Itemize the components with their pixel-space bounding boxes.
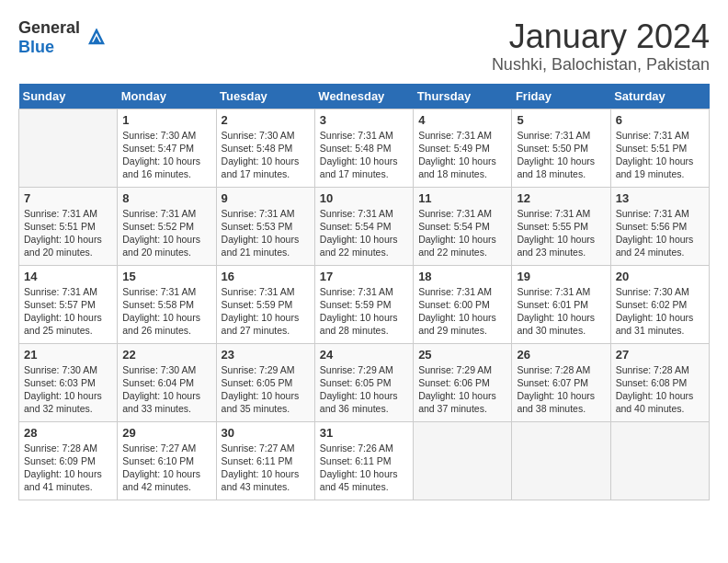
week-row: 14Sunrise: 7:31 AMSunset: 5:57 PMDayligh…: [19, 265, 710, 343]
title-area: January 2024 Nushki, Balochistan, Pakist…: [492, 18, 710, 75]
calendar-cell: [512, 421, 610, 500]
day-number: 13: [616, 191, 704, 205]
cell-content: Sunrise: 7:30 AMSunset: 6:02 PMDaylight:…: [616, 285, 704, 338]
day-number: 17: [320, 270, 408, 283]
day-number: 14: [24, 270, 112, 283]
cell-content: Sunrise: 7:29 AMSunset: 6:05 PMDaylight:…: [222, 363, 310, 416]
header-row: SundayMondayTuesdayWednesdayThursdayFrid…: [19, 84, 710, 109]
calendar-cell: 29Sunrise: 7:27 AMSunset: 6:10 PMDayligh…: [118, 421, 216, 500]
calendar-cell: [19, 109, 118, 187]
cell-content: Sunrise: 7:31 AMSunset: 5:51 PMDaylight:…: [616, 129, 704, 181]
logo-blue-text: Blue: [18, 38, 54, 57]
day-number: 10: [320, 191, 408, 205]
calendar-cell: 18Sunrise: 7:31 AMSunset: 6:00 PMDayligh…: [414, 265, 512, 343]
calendar-cell: 26Sunrise: 7:28 AMSunset: 6:07 PMDayligh…: [512, 343, 610, 421]
calendar-cell: 1Sunrise: 7:30 AMSunset: 5:47 PMDaylight…: [118, 109, 216, 187]
day-number: 30: [222, 426, 310, 440]
calendar-cell: 10Sunrise: 7:31 AMSunset: 5:54 PMDayligh…: [314, 187, 413, 265]
calendar-cell: 31Sunrise: 7:26 AMSunset: 6:11 PMDayligh…: [314, 421, 413, 500]
day-number: 4: [418, 113, 506, 127]
column-header-wednesday: Wednesday: [314, 84, 413, 109]
week-row: 1Sunrise: 7:30 AMSunset: 5:47 PMDaylight…: [19, 109, 710, 187]
day-number: 21: [24, 348, 112, 362]
cell-content: Sunrise: 7:31 AMSunset: 6:00 PMDaylight:…: [418, 285, 506, 338]
calendar-cell: 30Sunrise: 7:27 AMSunset: 6:11 PMDayligh…: [216, 421, 314, 500]
calendar-cell: 3Sunrise: 7:31 AMSunset: 5:48 PMDaylight…: [314, 109, 413, 187]
cell-content: Sunrise: 7:30 AMSunset: 6:03 PMDaylight:…: [24, 363, 112, 416]
calendar-cell: 25Sunrise: 7:29 AMSunset: 6:06 PMDayligh…: [414, 343, 512, 421]
cell-content: Sunrise: 7:31 AMSunset: 5:56 PMDaylight:…: [616, 207, 704, 259]
calendar-cell: 14Sunrise: 7:31 AMSunset: 5:57 PMDayligh…: [19, 265, 118, 343]
column-header-saturday: Saturday: [610, 84, 709, 109]
day-number: 20: [616, 270, 704, 283]
column-header-thursday: Thursday: [414, 84, 512, 109]
day-number: 22: [122, 348, 210, 362]
column-header-sunday: Sunday: [19, 84, 118, 109]
cell-content: Sunrise: 7:31 AMSunset: 5:49 PMDaylight:…: [418, 129, 506, 181]
logo-general-text: General: [18, 18, 80, 38]
day-number: 26: [517, 348, 605, 362]
cell-content: Sunrise: 7:31 AMSunset: 5:59 PMDaylight:…: [222, 285, 310, 338]
cell-content: Sunrise: 7:31 AMSunset: 5:50 PMDaylight:…: [517, 129, 605, 181]
day-number: 12: [517, 191, 605, 205]
calendar-cell: 11Sunrise: 7:31 AMSunset: 5:54 PMDayligh…: [414, 187, 512, 265]
calendar-cell: 7Sunrise: 7:31 AMSunset: 5:51 PMDaylight…: [19, 187, 118, 265]
calendar-table: SundayMondayTuesdayWednesdayThursdayFrid…: [18, 84, 710, 500]
calendar-cell: 15Sunrise: 7:31 AMSunset: 5:58 PMDayligh…: [118, 265, 216, 343]
day-number: 1: [122, 113, 210, 127]
calendar-cell: 27Sunrise: 7:28 AMSunset: 6:08 PMDayligh…: [610, 343, 709, 421]
day-number: 15: [122, 270, 210, 283]
location-subtitle: Nushki, Balochistan, Pakistan: [492, 55, 710, 75]
day-number: 6: [616, 113, 704, 127]
day-number: 5: [517, 113, 605, 127]
cell-content: Sunrise: 7:31 AMSunset: 5:54 PMDaylight:…: [320, 207, 408, 259]
cell-content: Sunrise: 7:31 AMSunset: 5:53 PMDaylight:…: [222, 207, 310, 259]
calendar-cell: 12Sunrise: 7:31 AMSunset: 5:55 PMDayligh…: [512, 187, 610, 265]
logo-icon: [88, 29, 105, 45]
cell-content: Sunrise: 7:28 AMSunset: 6:07 PMDaylight:…: [517, 363, 605, 416]
cell-content: Sunrise: 7:31 AMSunset: 6:01 PMDaylight:…: [517, 285, 605, 338]
day-number: 25: [418, 348, 506, 362]
column-header-monday: Monday: [118, 84, 216, 109]
day-number: 24: [320, 348, 408, 362]
day-number: 19: [517, 270, 605, 283]
column-header-friday: Friday: [512, 84, 610, 109]
day-number: 23: [222, 348, 310, 362]
cell-content: Sunrise: 7:30 AMSunset: 6:04 PMDaylight:…: [122, 363, 210, 416]
day-number: 29: [122, 426, 210, 440]
calendar-cell: 28Sunrise: 7:28 AMSunset: 6:09 PMDayligh…: [19, 421, 118, 500]
week-row: 21Sunrise: 7:30 AMSunset: 6:03 PMDayligh…: [19, 343, 710, 421]
calendar-cell: 21Sunrise: 7:30 AMSunset: 6:03 PMDayligh…: [19, 343, 118, 421]
cell-content: Sunrise: 7:28 AMSunset: 6:08 PMDaylight:…: [616, 363, 704, 416]
calendar-cell: [414, 421, 512, 500]
cell-content: Sunrise: 7:27 AMSunset: 6:10 PMDaylight:…: [122, 442, 210, 494]
week-row: 7Sunrise: 7:31 AMSunset: 5:51 PMDaylight…: [19, 187, 710, 265]
week-row: 28Sunrise: 7:28 AMSunset: 6:09 PMDayligh…: [19, 421, 710, 500]
cell-content: Sunrise: 7:27 AMSunset: 6:11 PMDaylight:…: [222, 442, 310, 494]
cell-content: Sunrise: 7:31 AMSunset: 5:48 PMDaylight:…: [320, 129, 408, 181]
day-number: 3: [320, 113, 408, 127]
column-header-tuesday: Tuesday: [216, 84, 314, 109]
calendar-cell: 17Sunrise: 7:31 AMSunset: 5:59 PMDayligh…: [314, 265, 413, 343]
day-number: 16: [222, 270, 310, 283]
month-title: January 2024: [492, 18, 710, 55]
cell-content: Sunrise: 7:31 AMSunset: 5:59 PMDaylight:…: [320, 285, 408, 338]
cell-content: Sunrise: 7:29 AMSunset: 6:06 PMDaylight:…: [418, 363, 506, 416]
calendar-cell: 23Sunrise: 7:29 AMSunset: 6:05 PMDayligh…: [216, 343, 314, 421]
calendar-cell: 8Sunrise: 7:31 AMSunset: 5:52 PMDaylight…: [118, 187, 216, 265]
page-header: General Blue January 2024 Nushki, Baloch…: [18, 18, 710, 75]
cell-content: Sunrise: 7:31 AMSunset: 5:52 PMDaylight:…: [122, 207, 210, 259]
cell-content: Sunrise: 7:31 AMSunset: 5:58 PMDaylight:…: [122, 285, 210, 338]
calendar-cell: 2Sunrise: 7:30 AMSunset: 5:48 PMDaylight…: [216, 109, 314, 187]
cell-content: Sunrise: 7:30 AMSunset: 5:47 PMDaylight:…: [122, 129, 210, 181]
calendar-cell: 9Sunrise: 7:31 AMSunset: 5:53 PMDaylight…: [216, 187, 314, 265]
day-number: 11: [418, 191, 506, 205]
calendar-cell: 13Sunrise: 7:31 AMSunset: 5:56 PMDayligh…: [610, 187, 709, 265]
day-number: 27: [616, 348, 704, 362]
calendar-cell: 6Sunrise: 7:31 AMSunset: 5:51 PMDaylight…: [610, 109, 709, 187]
logo: General Blue: [18, 18, 88, 57]
calendar-cell: 20Sunrise: 7:30 AMSunset: 6:02 PMDayligh…: [610, 265, 709, 343]
day-number: 18: [418, 270, 506, 283]
calendar-cell: 16Sunrise: 7:31 AMSunset: 5:59 PMDayligh…: [216, 265, 314, 343]
day-number: 31: [320, 426, 408, 440]
